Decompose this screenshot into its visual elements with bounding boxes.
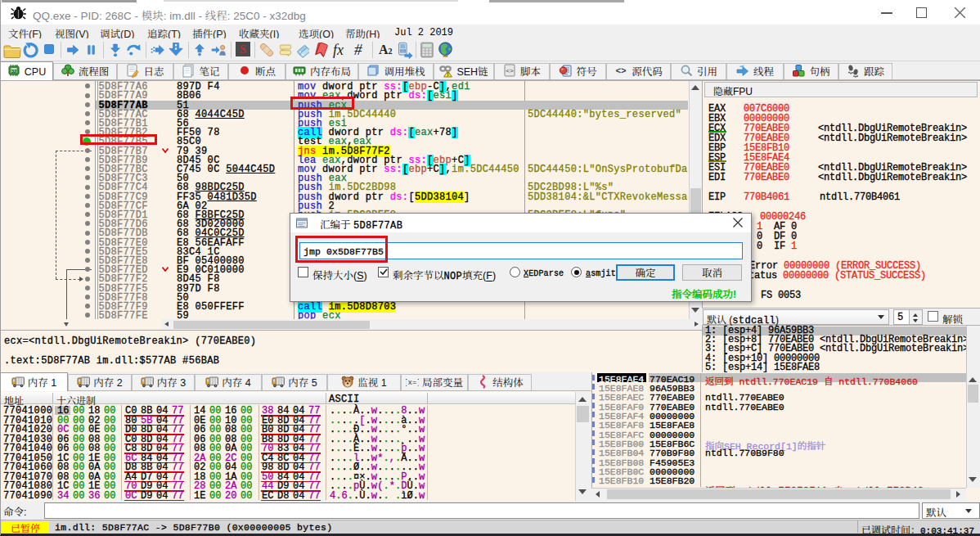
svg-text:[x=]: [x=] xyxy=(406,379,419,387)
svg-text:<>: <> xyxy=(616,66,627,76)
svg-text:!: ! xyxy=(447,71,449,77)
svg-text:32: 32 xyxy=(11,69,16,74)
svg-text:<>: <> xyxy=(506,67,514,74)
svg-text:S: S xyxy=(240,43,246,56)
